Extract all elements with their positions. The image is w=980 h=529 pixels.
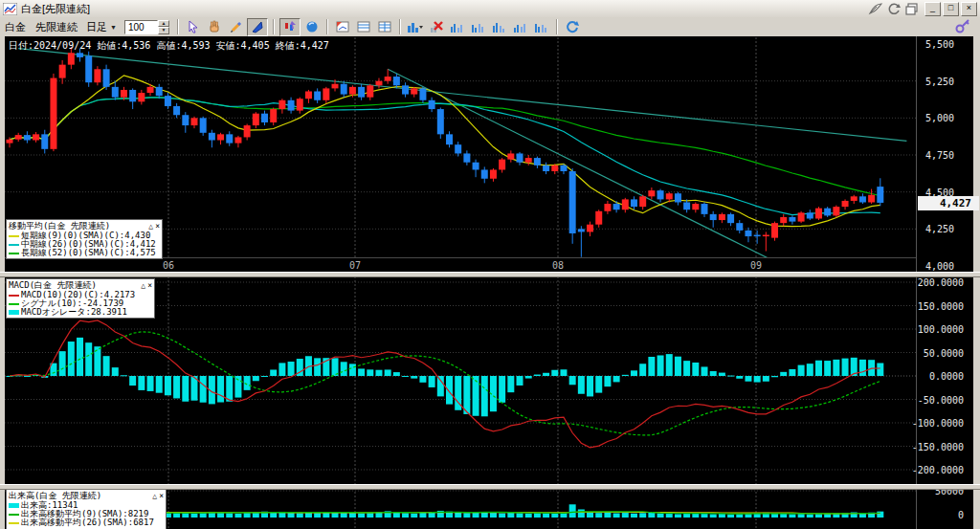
grid-2pane-icon	[357, 20, 370, 33]
select-cursor-button[interactable]	[184, 19, 203, 35]
legend-collapse-button[interactable]: △	[148, 222, 153, 231]
legend-close-button[interactable]: ×	[159, 492, 164, 500]
indicator-3-button[interactable]	[490, 19, 509, 35]
circle-icon	[305, 20, 319, 33]
symbol-label: 白金	[5, 20, 26, 34]
month-tick: 08	[552, 260, 564, 271]
price-tick: 5,000	[925, 113, 954, 123]
settings-key-button[interactable]	[955, 18, 972, 34]
pencil-icon	[229, 20, 242, 33]
toolbar-separator	[556, 19, 558, 34]
indicator-1-button[interactable]	[448, 19, 467, 35]
indicator-histogram-icon	[450, 20, 464, 33]
chevron-down-icon: ▼	[110, 24, 117, 31]
grid-2pane-button[interactable]	[354, 19, 373, 35]
volume-ma26-label: 出来高移動平均(26)(SMA):6817	[21, 518, 154, 527]
feather-pen-icon[interactable]	[868, 2, 883, 15]
indicator-histogram-icon	[534, 20, 548, 33]
title-bar: 白金[先限連続] _ □ ×	[0, 0, 980, 18]
bars-count-spinner[interactable]: 100 ▲ ▼	[124, 20, 169, 34]
crosshair-mode-button[interactable]	[279, 18, 301, 36]
remove-indicator-button[interactable]	[427, 19, 446, 35]
window-title: 白金[先限連続]	[21, 2, 90, 16]
indicator-5-button[interactable]	[532, 19, 551, 35]
macd-tick: 100.0000	[918, 324, 964, 335]
macd-tick: -100.0000	[912, 418, 964, 429]
volume-swatch	[9, 503, 19, 508]
sma52-label: 長期線(52)(0)(SMA)(C):4,575	[21, 249, 156, 257]
macd-tick: 0.0000	[929, 371, 964, 382]
volume-ma26-swatch	[9, 522, 19, 524]
indicator-2-button[interactable]	[469, 19, 488, 35]
app-chart-icon	[3, 3, 17, 15]
grid-4pane-icon	[378, 20, 391, 33]
price-tick: 4,000	[925, 261, 954, 272]
app-window: 白金[先限連続] _ □ × 白金 先限連続 日足 ▼	[0, 0, 980, 529]
volume-ma9-swatch	[9, 514, 19, 516]
month-tick: 09	[750, 260, 762, 271]
macd-legend: MACD(白金 先限連続) △× MACD(10)(20)(C):4.2173 …	[6, 278, 155, 319]
macd-tick: -50.0000	[918, 394, 964, 405]
pencil-draw-button[interactable]	[226, 19, 245, 35]
spinner-up-icon[interactable]: ▲	[158, 20, 169, 28]
volume-legend: 出来高(白金 先限連続) △× 出来高:11341 出来高移動平均(9)(SMA…	[6, 489, 167, 529]
spinner-down-icon[interactable]: ▼	[158, 27, 169, 34]
toolbar-separator	[326, 19, 328, 34]
ohlc-info-bar: 日付:2024/09/24 始値:4,536 高値:4,593 安値:4,405…	[9, 39, 329, 53]
bars-count-value[interactable]: 100	[124, 20, 158, 34]
hand-icon	[208, 20, 221, 33]
cascade-windows-icon[interactable]	[904, 2, 920, 15]
macd-line-swatch	[9, 295, 19, 297]
pane-splitter[interactable]	[0, 484, 980, 490]
macd-tick: -200.0000	[912, 465, 964, 475]
price-tick: 4,750	[925, 150, 954, 161]
refresh-chart-button[interactable]	[563, 19, 582, 35]
month-tick: 06	[163, 260, 174, 271]
macd-hist-swatch	[9, 310, 19, 315]
pan-hand-button[interactable]	[205, 19, 224, 35]
legend-collapse-button[interactable]: △	[152, 492, 157, 500]
legend-close-button[interactable]: ×	[147, 281, 152, 290]
toolbar-separator	[273, 19, 275, 34]
price-axis-column: 4,427 5,5005,2505,0004,7504,5004,2504,00…	[916, 36, 973, 529]
chevron-down-icon	[419, 26, 423, 29]
red-x-icon	[430, 20, 443, 33]
cursor-arrow-icon	[187, 20, 200, 33]
contract-label: 先限連続	[35, 20, 78, 34]
macd-hist-label: MACDオシレータ:28.3911	[21, 308, 127, 317]
signal-line-swatch	[9, 303, 19, 305]
time-axis: 06070809	[5, 257, 916, 273]
maximize-button[interactable]: □	[943, 2, 959, 16]
chart-type-button[interactable]	[406, 19, 425, 35]
sma52-swatch	[9, 253, 19, 254]
circle-draw-button[interactable]	[302, 19, 322, 35]
window-right-border	[972, 36, 980, 529]
macd-tick: -150.0000	[912, 441, 964, 452]
pane-splitter[interactable]	[0, 272, 980, 277]
indicator-histogram-icon	[492, 20, 506, 33]
volume-tick: 0	[958, 510, 964, 520]
pen-tool-button[interactable]	[247, 18, 268, 36]
macd-tick: 200.0000	[918, 277, 964, 288]
macd-tick: 50.0000	[924, 347, 964, 358]
refresh-icon	[566, 20, 579, 33]
toolbar-separator	[399, 19, 401, 34]
indicator-histogram-icon	[513, 20, 527, 33]
chart-panel-icon	[336, 20, 349, 33]
candle-cursor-icon	[283, 20, 297, 33]
legend-close-button[interactable]: ×	[155, 222, 160, 231]
legend-collapse-button[interactable]: △	[141, 281, 145, 290]
toolbar-separator	[177, 19, 179, 34]
close-button[interactable]: ×	[961, 2, 977, 16]
indicator-4-button[interactable]	[511, 19, 530, 35]
minimize-button[interactable]: _	[924, 2, 941, 16]
new-chart-panel-button[interactable]	[333, 19, 352, 35]
price-tick: 4,250	[925, 224, 954, 234]
price-tick: 5,250	[925, 76, 954, 86]
bar-chart-icon	[407, 20, 424, 33]
refresh-window-icon[interactable]	[886, 2, 902, 15]
grid-4pane-button[interactable]	[375, 19, 394, 35]
pen-tool-icon	[251, 20, 264, 33]
sma26-swatch	[9, 244, 19, 246]
period-dropdown[interactable]: 日足 ▼	[86, 20, 117, 34]
